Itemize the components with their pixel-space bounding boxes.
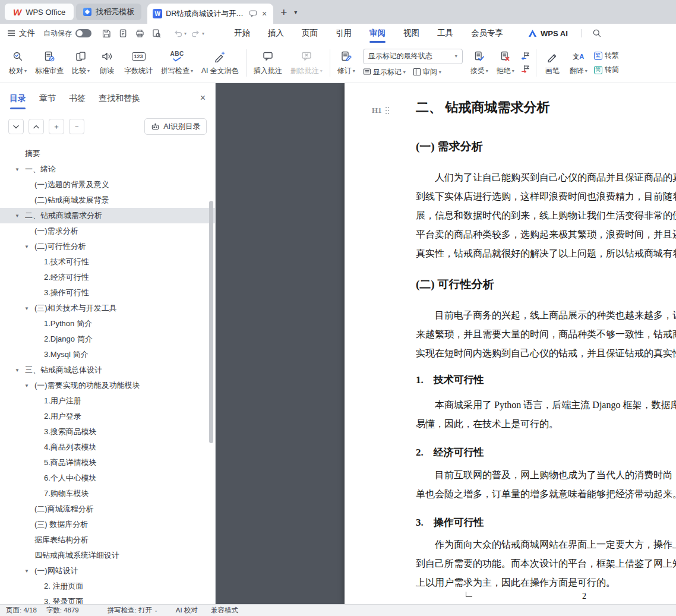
search-icon[interactable] xyxy=(592,29,602,38)
expand-all-button[interactable] xyxy=(29,119,44,134)
drag-handle-icon[interactable] xyxy=(385,106,390,115)
toc-item[interactable]: ▼ 摘要 xyxy=(0,146,215,162)
status-compat-mode[interactable]: 兼容模式 xyxy=(211,606,238,615)
insert-comment-button[interactable]: 插入批注 xyxy=(249,47,286,78)
toc-item[interactable]: ▼ 3.操作可行性 xyxy=(0,285,215,301)
toc-item[interactable]: ▼ 三、钻戒商城总体设计 xyxy=(0,362,215,378)
tab-list-chevron-icon[interactable]: ▾ xyxy=(294,9,297,15)
tab-active-document[interactable]: W DR钻戒商城设计与开发 论文 × xyxy=(147,4,273,24)
proofread-button[interactable]: 校对▾ xyxy=(5,47,31,78)
spell-check-button[interactable]: ABC 拼写检查▾ xyxy=(157,47,197,78)
chevron-expanded-icon[interactable]: ▼ xyxy=(24,244,29,249)
menu-tab[interactable]: 引用 xyxy=(336,24,352,43)
read-aloud-button[interactable]: 朗读 xyxy=(94,47,120,78)
delete-comment-button[interactable]: 删除批注▾ xyxy=(286,47,327,78)
export-pdf-icon[interactable] xyxy=(115,26,131,40)
file-menu[interactable]: 文件 xyxy=(7,28,35,39)
show-markup-button[interactable]: 显示标记 ▾ xyxy=(363,67,406,77)
toc-item[interactable]: ▼ 2. 注册页面 xyxy=(0,579,215,594)
toc-item[interactable]: ▼ 一、绪论 xyxy=(0,162,215,177)
status-word-count[interactable]: 字数: 4879 xyxy=(46,606,79,615)
accept-button[interactable]: 接受▾ xyxy=(466,47,492,78)
toc-item[interactable]: ▼ 3. 登录页面 xyxy=(0,594,215,604)
next-change-button[interactable] xyxy=(521,65,530,74)
new-tab-button[interactable]: + xyxy=(280,7,287,18)
zoom-out-level-button[interactable]: － xyxy=(69,119,84,134)
reject-button[interactable]: 拒绝▾ xyxy=(492,47,519,78)
toc-item[interactable]: ▼ 四钻戒商城系统详细设计 xyxy=(0,548,215,563)
track-changes-button[interactable]: 修订▾ xyxy=(333,47,359,78)
sidebar-tab[interactable]: 书签 xyxy=(69,93,86,104)
menu-tab[interactable]: 开始 xyxy=(234,24,250,43)
sidebar-tab[interactable]: 章节 xyxy=(39,93,56,104)
save-icon[interactable] xyxy=(99,26,114,40)
menu-tab[interactable]: 插入 xyxy=(268,24,284,43)
close-sidebar-icon[interactable]: × xyxy=(200,93,206,103)
menu-tab[interactable]: 页面 xyxy=(302,24,318,43)
toc-item[interactable]: ▼ 1.Python 简介 xyxy=(0,316,215,331)
collapse-all-button[interactable] xyxy=(8,119,24,134)
sidebar-tab[interactable]: 目录 xyxy=(10,93,26,104)
brush-button[interactable]: 画笔 xyxy=(539,47,566,78)
document-page[interactable]: H1 二、 钻戒商城需求分析 (一) 需求分析 人们为了让自己能购买到自己心仪的… xyxy=(345,83,676,604)
compare-button[interactable]: 比较▾ xyxy=(68,47,94,78)
chevron-expanded-icon[interactable]: ▼ xyxy=(15,213,20,219)
sidebar-tab[interactable]: 查找和替换 xyxy=(99,93,140,104)
toc-item[interactable]: ▼ 3.搜索商品模块 xyxy=(0,424,215,440)
chevron-expanded-icon[interactable]: ▼ xyxy=(15,368,20,373)
tab-docer-templates[interactable]: 找稻壳模板 xyxy=(76,4,141,20)
toc-item[interactable]: ▼ 6.个人中心模块 xyxy=(0,470,215,486)
zoom-in-level-button[interactable]: ＋ xyxy=(49,119,64,134)
toc-item[interactable]: ▼ 2.经济可行性 xyxy=(0,270,215,285)
undo-chevron-icon[interactable]: ▾ xyxy=(184,31,187,36)
wps-ai-button[interactable]: WPS AI xyxy=(528,29,568,38)
toc-item[interactable]: ▼ 1.技术可行性 xyxy=(0,254,215,270)
menu-tab[interactable]: 会员专享 xyxy=(471,24,503,43)
toc-item[interactable]: ▼ 据库表结构分析 xyxy=(0,532,215,548)
status-spellcheck[interactable]: 拼写检查: 打开 ⌄ xyxy=(108,606,158,615)
toc-item[interactable]: ▼ 7.购物车模块 xyxy=(0,486,215,501)
menu-tab[interactable]: 审阅 xyxy=(369,24,386,43)
redo-chevron-icon[interactable]: ▾ xyxy=(202,31,204,36)
toc-item[interactable]: ▼ 3.Mysql 简介 xyxy=(0,347,215,362)
autosave-toggle[interactable] xyxy=(75,29,91,37)
chevron-expanded-icon[interactable]: ▼ xyxy=(15,167,20,172)
toc-item[interactable]: ▼ (一)选题的背景及意义 xyxy=(0,177,215,192)
previous-change-button[interactable] xyxy=(521,52,530,61)
status-page-indicator[interactable]: 页面: 4/18 xyxy=(6,606,37,615)
toc-item[interactable]: ▼ 2.Django 简介 xyxy=(0,331,215,347)
toc-item[interactable]: ▼ 4.商品列表模块 xyxy=(0,440,215,455)
toc-item[interactable]: ▼ (二)商城流程分析 xyxy=(0,501,215,517)
chevron-expanded-icon[interactable]: ▼ xyxy=(24,568,29,574)
to-traditional-button[interactable]: 繁 转繁 xyxy=(594,50,619,61)
undo-icon[interactable] xyxy=(170,26,185,40)
print-preview-icon[interactable] xyxy=(149,26,164,40)
tab-wps-home[interactable]: W WPS Office xyxy=(5,4,74,20)
toc-item[interactable]: ▼ (一)需要实现的功能及功能模块 xyxy=(0,378,215,393)
chevron-expanded-icon[interactable]: ▼ xyxy=(24,383,29,388)
close-tab-icon[interactable]: × xyxy=(261,9,268,18)
menu-tab[interactable]: 工具 xyxy=(437,24,453,43)
standard-review-button[interactable]: 标准审查 xyxy=(31,47,68,78)
menu-tab[interactable]: 视图 xyxy=(403,24,419,43)
toc-item[interactable]: ▼ 5.商品详情模块 xyxy=(0,455,215,470)
redo-icon[interactable] xyxy=(188,26,203,40)
toc-item[interactable]: ▼ 二、钻戒商城需求分析 xyxy=(0,208,215,223)
toc-item[interactable]: ▼ (二)钻戒商城发展背景 xyxy=(0,192,215,208)
toc-item[interactable]: ▼ (一)网站设计 xyxy=(0,563,215,579)
toc-item[interactable]: ▼ (三) 数据库分析 xyxy=(0,517,215,532)
ai-polish-button[interactable]: AI 全文润色 xyxy=(197,47,243,78)
toc-item[interactable]: ▼ (二)可行性分析 xyxy=(0,239,215,254)
markup-state-dropdown[interactable]: 显示标记的最终状态 ▾ xyxy=(363,49,463,64)
toc-item[interactable]: ▼ 2.用户登录 xyxy=(0,409,215,424)
print-icon[interactable] xyxy=(132,26,147,40)
chevron-expanded-icon[interactable]: ▼ xyxy=(24,306,29,311)
to-simplified-button[interactable]: 简 转简 xyxy=(594,65,619,75)
sidebar-scrollbar[interactable] xyxy=(209,201,213,443)
word-count-button[interactable]: 123 字数统计 xyxy=(120,47,157,78)
toc-item[interactable]: ▼ 1.用户注册 xyxy=(0,393,215,409)
ai-detect-toc-button[interactable]: AI识别目录 xyxy=(144,118,207,135)
review-pane-button[interactable]: 审阅 ▾ xyxy=(413,67,441,77)
toc-item[interactable]: ▼ (三)相关技术与开发工具 xyxy=(0,301,215,316)
translate-button[interactable]: 文A 翻译▾ xyxy=(566,47,592,78)
